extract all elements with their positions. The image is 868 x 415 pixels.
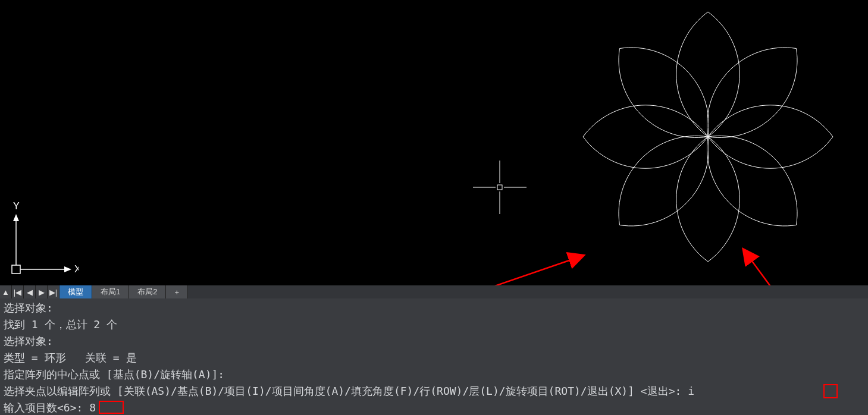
- history-line: 选择夹点以编辑阵列或 [关联(AS)/基点(B)/项目(I)/项目间角度(A)/…: [4, 383, 864, 400]
- drawing-canvas[interactable]: X Y: [0, 0, 868, 285]
- history-line: 选择对象:: [4, 333, 864, 350]
- history-line: 输入项目数<6>: 8: [4, 400, 864, 415]
- tab-scroll-up-icon[interactable]: ▲: [0, 285, 12, 298]
- ucs-icon: X Y: [7, 201, 79, 278]
- tab-layout2[interactable]: 布局2: [129, 285, 166, 298]
- tab-add-button[interactable]: +: [166, 285, 188, 298]
- ucs-x-label: X: [74, 264, 79, 274]
- svg-marker-2: [64, 266, 71, 272]
- polar-array-drawing: [565, 0, 851, 279]
- tab-layout2-label: 布局2: [137, 287, 157, 297]
- tab-model-label: 模型: [68, 287, 83, 297]
- tab-prev-icon[interactable]: ◀: [24, 285, 36, 298]
- tab-add-label: +: [174, 288, 179, 297]
- tab-layout1[interactable]: 布局1: [92, 285, 129, 298]
- ucs-y-label: Y: [13, 201, 20, 211]
- history-line: 找到 1 个，总计 2 个: [4, 316, 864, 333]
- svg-rect-9: [497, 185, 502, 190]
- svg-marker-4: [13, 214, 19, 221]
- tab-last-icon[interactable]: ▶|: [48, 285, 59, 298]
- command-history-panel[interactable]: 选择对象: 找到 1 个，总计 2 个 选择对象: 类型 = 环形 关联 = 是…: [0, 298, 868, 415]
- tab-first-icon[interactable]: |◀: [12, 285, 24, 298]
- history-line: 选择对象:: [4, 300, 864, 316]
- tab-model[interactable]: 模型: [59, 285, 92, 298]
- svg-rect-0: [12, 265, 20, 273]
- history-line: 类型 = 环形 关联 = 是: [4, 350, 864, 366]
- tab-next-icon[interactable]: ▶: [36, 285, 48, 298]
- history-line: 指定阵列的中心点或 [基点(B)/旋转轴(A)]:: [4, 366, 864, 383]
- crosshair-cursor: [473, 161, 527, 214]
- tab-layout1-label: 布局1: [101, 287, 120, 297]
- layout-tabbar: ▲ |◀ ◀ ▶ ▶| 模型 布局1 布局2 +: [0, 285, 868, 298]
